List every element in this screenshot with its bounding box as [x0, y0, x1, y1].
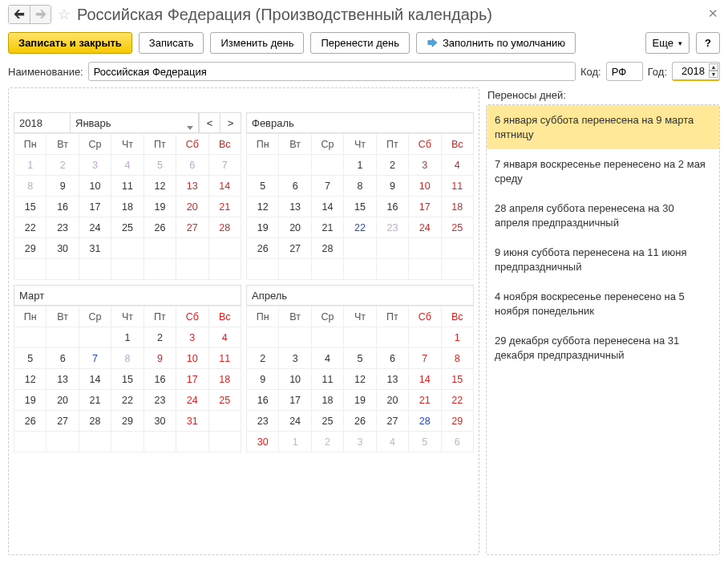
day-cell[interactable]: 20 [279, 217, 311, 238]
day-cell[interactable]: 6 [176, 155, 208, 176]
day-cell[interactable]: 15 [441, 369, 473, 390]
day-cell[interactable]: 25 [311, 411, 343, 432]
day-cell[interactable]: 6 [376, 348, 408, 369]
day-cell[interactable]: 4 [441, 155, 473, 176]
day-cell[interactable]: 27 [376, 411, 408, 432]
day-cell[interactable]: 13 [279, 197, 311, 217]
day-cell[interactable]: 7 [409, 348, 441, 369]
day-cell[interactable]: 1 [344, 155, 376, 176]
transfer-item-4[interactable]: 4 ноября воскресенье перенесено на 5 ноя… [487, 282, 719, 326]
day-cell[interactable]: 5 [247, 176, 279, 197]
day-cell[interactable]: 10 [176, 348, 208, 369]
day-cell[interactable]: 12 [247, 197, 279, 217]
transfer-item-1[interactable]: 7 января воскресенье перенесено на 2 мая… [487, 149, 719, 193]
day-cell[interactable]: 31 [176, 411, 208, 432]
day-cell[interactable]: 19 [144, 197, 176, 217]
day-cell[interactable]: 24 [79, 217, 111, 238]
day-cell[interactable]: 16 [144, 369, 176, 390]
day-cell[interactable]: 18 [441, 197, 473, 217]
day-cell[interactable]: 20 [376, 390, 408, 411]
day-cell[interactable]: 11 [208, 348, 241, 369]
day-cell[interactable]: 1 [111, 327, 144, 348]
day-cell[interactable]: 28 [409, 411, 441, 432]
day-cell[interactable]: 25 [208, 390, 241, 411]
transfer-item-0[interactable]: 6 января суббота перенесена на 9 марта п… [487, 105, 719, 149]
name-input[interactable] [88, 62, 576, 81]
day-cell[interactable]: 12 [344, 369, 376, 390]
day-cell[interactable]: 3 [176, 327, 208, 348]
day-cell[interactable]: 26 [14, 411, 47, 432]
day-cell[interactable]: 13 [176, 176, 208, 197]
day-cell[interactable]: 6 [441, 432, 473, 452]
day-cell[interactable]: 11 [311, 369, 343, 390]
day-cell[interactable]: 15 [344, 197, 376, 217]
day-cell[interactable]: 7 [208, 155, 241, 176]
day-cell[interactable]: 7 [311, 176, 343, 197]
day-cell[interactable]: 15 [14, 197, 47, 217]
day-cell[interactable]: 20 [176, 197, 208, 217]
day-cell[interactable]: 31 [79, 238, 111, 259]
day-cell[interactable]: 4 [376, 432, 408, 452]
change-day-button[interactable]: Изменить день [210, 32, 304, 54]
day-cell[interactable]: 8 [14, 176, 47, 197]
day-cell[interactable]: 1 [14, 155, 47, 176]
day-cell[interactable]: 30 [247, 432, 279, 452]
day-cell[interactable]: 13 [47, 369, 79, 390]
day-cell[interactable]: 14 [311, 197, 343, 217]
day-cell[interactable]: 5 [409, 432, 441, 452]
day-cell[interactable]: 19 [247, 217, 279, 238]
day-cell[interactable]: 23 [47, 217, 79, 238]
more-button[interactable]: Еще ▾ [645, 32, 690, 54]
help-button[interactable]: ? [696, 32, 720, 54]
year-spin-down[interactable]: ▼ [709, 71, 718, 78]
day-cell[interactable]: 28 [79, 411, 111, 432]
favorite-star-icon[interactable]: ☆ [58, 6, 71, 23]
day-cell[interactable]: 5 [144, 155, 176, 176]
day-cell[interactable]: 21 [311, 217, 343, 238]
day-cell[interactable]: 2 [47, 155, 79, 176]
day-cell[interactable]: 25 [111, 217, 144, 238]
year-spin-up[interactable]: ▲ [709, 63, 718, 71]
day-cell[interactable]: 23 [247, 411, 279, 432]
day-cell[interactable]: 10 [79, 176, 111, 197]
save-button[interactable]: Записать [139, 32, 204, 54]
day-cell[interactable]: 14 [79, 369, 111, 390]
save-and-close-button[interactable]: Записать и закрыть [8, 32, 132, 54]
day-cell[interactable]: 21 [79, 390, 111, 411]
day-cell[interactable]: 25 [441, 217, 473, 238]
day-cell[interactable]: 12 [144, 176, 176, 197]
day-cell[interactable]: 11 [111, 176, 144, 197]
back-button[interactable]: 🡰 [9, 6, 30, 23]
day-cell[interactable]: 26 [144, 217, 176, 238]
day-cell[interactable]: 20 [47, 390, 79, 411]
day-cell[interactable]: 16 [376, 197, 408, 217]
day-cell[interactable]: 3 [409, 155, 441, 176]
day-cell[interactable]: 30 [47, 238, 79, 259]
day-cell[interactable]: 4 [311, 348, 343, 369]
day-cell[interactable]: 17 [409, 197, 441, 217]
day-cell[interactable]: 17 [176, 369, 208, 390]
fill-default-button[interactable]: Заполнить по умолчанию [416, 32, 576, 54]
day-cell[interactable]: 5 [14, 348, 47, 369]
move-day-button[interactable]: Перенести день [310, 32, 410, 54]
day-cell[interactable]: 29 [441, 411, 473, 432]
calendar-next-button[interactable]: > [220, 113, 241, 132]
day-cell[interactable]: 11 [441, 176, 473, 197]
day-cell[interactable]: 2 [311, 432, 343, 452]
day-cell[interactable]: 14 [409, 369, 441, 390]
day-cell[interactable]: 24 [409, 217, 441, 238]
day-cell[interactable]: 9 [144, 348, 176, 369]
day-cell[interactable]: 10 [409, 176, 441, 197]
day-cell[interactable]: 26 [247, 238, 279, 259]
close-icon[interactable]: ✕ [708, 6, 718, 21]
day-cell[interactable]: 23 [376, 217, 408, 238]
day-cell[interactable]: 7 [79, 348, 111, 369]
day-cell[interactable]: 27 [47, 411, 79, 432]
day-cell[interactable]: 21 [409, 390, 441, 411]
day-cell[interactable]: 4 [208, 327, 241, 348]
day-cell[interactable]: 17 [279, 390, 311, 411]
day-cell[interactable]: 19 [344, 390, 376, 411]
day-cell[interactable]: 19 [14, 390, 47, 411]
day-cell[interactable]: 14 [208, 176, 241, 197]
day-cell[interactable]: 5 [344, 348, 376, 369]
